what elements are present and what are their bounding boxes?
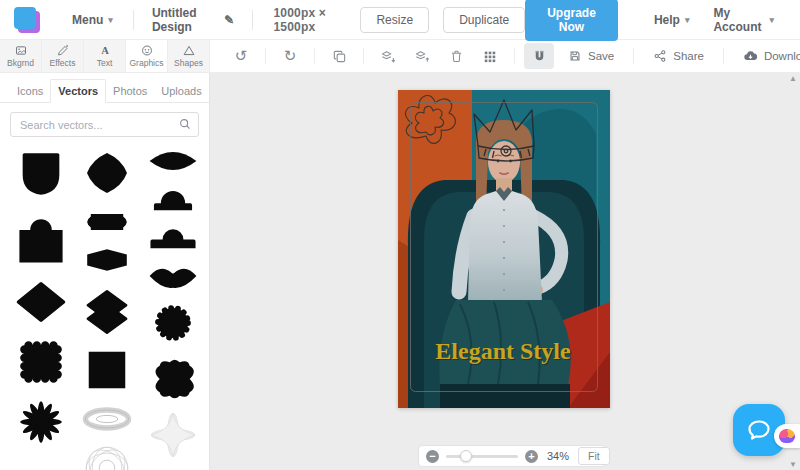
resize-button[interactable]: Resize [360, 7, 429, 33]
canvas-dimensions-label: 1000px × 1500px [263, 6, 360, 34]
tab-effects[interactable]: Effects [42, 40, 84, 72]
divider [265, 48, 266, 64]
assets-panel: Icons Vectors Photos Uploads ☆ [0, 73, 210, 470]
torus-ring-icon [80, 407, 134, 431]
brain-extension-icon [779, 429, 795, 443]
my-account-label: My Account [713, 6, 764, 34]
undo-button[interactable]: ↺ [226, 43, 256, 69]
zoom-slider-track[interactable] [446, 455, 518, 458]
redo-button[interactable]: ↻ [275, 43, 305, 69]
my-account-dropdown[interactable]: My Account ▾ [701, 6, 786, 34]
vector-shape-wavy-blob[interactable] [148, 357, 198, 401]
dome-bar-icon [147, 223, 199, 251]
vector-shape-lips[interactable] [146, 263, 200, 291]
zoom-percentage-label: 34% [547, 450, 569, 462]
spirograph-ring-icon [81, 443, 133, 470]
vector-shape-diamond[interactable] [15, 281, 67, 323]
tab-label: Text [97, 58, 113, 68]
grid-icon [483, 49, 497, 63]
trash-icon [449, 49, 464, 64]
divider [363, 48, 364, 64]
vector-shape-lens[interactable] [146, 149, 200, 173]
sidebar-tab-strip: Bkgrnd Effects A Text Graphics Shapes [0, 40, 210, 72]
tab-text[interactable]: A Text [84, 40, 126, 72]
vector-shape-rounded-diamond[interactable] [82, 149, 132, 197]
vector-shape-star-spirograph[interactable] [148, 411, 198, 459]
lens-icon [146, 149, 200, 173]
delete-button[interactable] [441, 43, 471, 69]
save-floppy-icon [568, 49, 582, 63]
tab-shapes[interactable]: Shapes [168, 40, 210, 72]
upgrade-now-button[interactable]: Upgrade Now [525, 0, 618, 41]
save-label: Save [588, 50, 614, 62]
search-vectors-input[interactable] [10, 112, 199, 137]
undo-icon: ↺ [235, 47, 248, 65]
move-layer-down-button[interactable] [373, 43, 403, 69]
browser-extension-pill[interactable] [774, 424, 800, 448]
daisy-flower-icon [17, 399, 65, 445]
tab-background[interactable]: Bkgrnd [0, 40, 42, 72]
scrollbar-up-arrow[interactable]: ▲ [789, 74, 797, 83]
vector-shape-shopping-bag[interactable] [14, 213, 68, 265]
download-label: Download [764, 50, 800, 62]
design-title-text: Elegant Style [435, 338, 571, 364]
divider [252, 10, 253, 30]
canvas-workspace[interactable]: Elegant Style Elegant Style − + 34% Fit … [210, 73, 800, 470]
zoom-out-button[interactable]: − [426, 450, 439, 463]
design-artwork: Elegant Style Elegant Style [398, 90, 610, 408]
vector-shape-hexagon-banner[interactable] [80, 247, 134, 273]
vector-shape-plaque-label[interactable] [80, 209, 134, 235]
subtab-photos[interactable]: Photos [106, 80, 154, 102]
tab-graphics[interactable]: Graphics [126, 40, 168, 72]
scalloped-circle-icon [148, 299, 198, 347]
vector-shapes-grid [0, 145, 209, 470]
vector-shape-double-diamond[interactable] [82, 287, 132, 337]
app-logo-icon[interactable] [14, 7, 40, 33]
menu-dropdown[interactable]: Menu ▾ [62, 13, 123, 27]
download-button[interactable]: Download [729, 49, 800, 63]
shopping-bag-icon [14, 213, 68, 265]
vector-shape-scalloped-circle[interactable] [148, 299, 198, 347]
vector-shape-outline-circles[interactable] [15, 457, 67, 470]
vector-shape-square-stamp[interactable] [85, 349, 129, 391]
vector-shape-dome-bar[interactable] [147, 223, 199, 251]
help-dropdown[interactable]: Help ▾ [642, 13, 702, 27]
copy-button[interactable] [324, 43, 354, 69]
snap-magnet-toggle[interactable] [524, 43, 554, 69]
search-icon [178, 117, 192, 131]
fit-button[interactable]: Fit [578, 447, 610, 465]
grid-view-button[interactable] [475, 43, 505, 69]
chevron-down-icon: ▾ [685, 15, 690, 25]
background-image-icon [14, 44, 28, 57]
share-button[interactable]: Share [639, 49, 718, 63]
scalloped-square-icon [16, 339, 66, 385]
lips-icon [146, 263, 200, 291]
edit-pencil-icon[interactable]: ✎ [224, 13, 234, 27]
move-layer-up-button[interactable] [407, 43, 437, 69]
vector-shape-torus-ring[interactable] [80, 407, 134, 431]
shield-icon [16, 149, 66, 199]
scrollbar-down-arrow[interactable]: ▼ [789, 460, 797, 469]
save-button[interactable]: Save [554, 49, 628, 63]
vector-shape-shield[interactable] [16, 149, 66, 199]
vector-shape-spirograph-ring[interactable] [81, 443, 133, 470]
design-artboard[interactable]: Elegant Style Elegant Style [398, 90, 610, 408]
zoom-slider-handle[interactable] [460, 450, 472, 462]
duplicate-button[interactable]: Duplicate [443, 7, 525, 33]
chevron-down-icon: ▾ [108, 15, 113, 25]
tab-label: Effects [50, 58, 76, 68]
tab-label: Shapes [174, 58, 203, 68]
design-editor-app: Menu ▾ Untitled Design ✎ 1000px × 1500px… [0, 0, 800, 470]
search-container [10, 112, 199, 137]
vector-shape-scalloped-square[interactable] [16, 339, 66, 385]
vector-shape-dome-hat[interactable] [147, 183, 199, 213]
top-header-bar: Menu ▾ Untitled Design ✎ 1000px × 1500px… [0, 0, 800, 40]
subtab-icons[interactable]: Icons [10, 80, 50, 102]
menu-label: Menu [72, 13, 103, 27]
divider [314, 48, 315, 64]
vector-shape-daisy-flower[interactable] [17, 399, 65, 445]
zoom-in-button[interactable]: + [525, 450, 538, 463]
subtab-vectors[interactable]: Vectors [50, 79, 106, 103]
document-title[interactable]: Untitled Design ✎ [144, 6, 243, 34]
subtab-uploads[interactable]: Uploads [154, 80, 208, 102]
